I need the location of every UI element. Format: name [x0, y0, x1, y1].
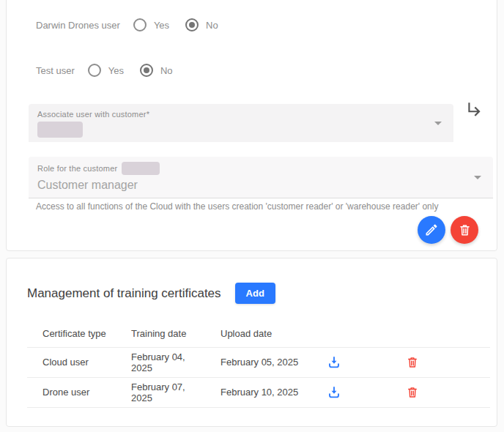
redacted-customer-value	[37, 122, 83, 138]
yes-option-label: Yes	[108, 65, 124, 76]
col-header-delete	[390, 320, 490, 347]
user-form-card: Darwin Drones user Yes No Test user Yes …	[6, 0, 497, 251]
trash-icon	[406, 386, 419, 399]
radio-unchecked-icon[interactable]	[88, 64, 101, 77]
upload-date-cell: February 05, 2025	[205, 347, 311, 377]
darwin-drones-user-radio-group: Darwin Drones user Yes No	[36, 16, 234, 34]
darwin-drones-no-option[interactable]: No	[185, 18, 218, 31]
role-label-text: Role for the customer	[37, 164, 117, 173]
certificates-card: Management of training certificates Add …	[6, 258, 497, 427]
training-date-cell: February 07, 2025	[116, 377, 205, 407]
trash-icon	[458, 223, 472, 237]
add-certificate-button[interactable]: Add	[235, 283, 275, 304]
no-option-label: No	[160, 65, 173, 76]
trash-icon	[406, 356, 419, 369]
col-header-upload-date: Upload date	[205, 320, 311, 347]
test-user-radio-group: Test user Yes No	[36, 62, 189, 79]
test-user-no-option[interactable]: No	[140, 64, 173, 77]
col-header-download	[311, 320, 390, 347]
no-option-label: No	[206, 20, 218, 31]
certificates-table: Certificate type Training date Upload da…	[27, 320, 490, 408]
radio-checked-icon[interactable]	[185, 18, 199, 31]
role-select[interactable]: Role for the customer Customer manager	[29, 157, 493, 198]
test-user-yes-option[interactable]: Yes	[88, 64, 124, 77]
associate-customer-select[interactable]: Associate user with customer*	[29, 104, 453, 142]
training-date-cell: February 04, 2025	[116, 347, 205, 377]
certificates-title: Management of training certificates	[27, 286, 221, 301]
download-certificate-button[interactable]	[327, 385, 341, 400]
role-selected-value: Customer manager	[37, 179, 484, 192]
download-certificate-button[interactable]	[327, 355, 341, 370]
table-header-row: Certificate type Training date Upload da…	[27, 320, 490, 347]
certificate-type-cell: Drone user	[27, 377, 116, 407]
download-icon	[327, 385, 341, 400]
col-header-certificate-type: Certificate type	[27, 320, 116, 347]
download-icon	[327, 355, 341, 370]
associate-customer-label: Associate user with customer*	[37, 110, 445, 119]
radio-checked-icon[interactable]	[140, 64, 153, 77]
upload-date-cell: February 10, 2025	[205, 377, 311, 407]
chevron-down-icon[interactable]	[434, 122, 442, 125]
darwin-drones-user-label: Darwin Drones user	[36, 20, 120, 31]
delete-user-button[interactable]	[451, 216, 478, 244]
certificate-type-cell: Cloud user	[27, 347, 116, 377]
delete-certificate-button[interactable]	[406, 386, 419, 399]
test-user-label: Test user	[36, 65, 75, 76]
darwin-drones-yes-option[interactable]: Yes	[133, 18, 169, 31]
chevron-down-icon[interactable]	[474, 176, 481, 179]
radio-unchecked-icon[interactable]	[133, 18, 147, 31]
table-row: Cloud user February 04, 2025 February 05…	[27, 347, 490, 377]
role-helper-text: Access to all functions of the Cloud wit…	[36, 201, 475, 212]
col-header-training-date: Training date	[116, 320, 205, 347]
role-label: Role for the customer	[37, 162, 484, 175]
edit-user-button[interactable]	[418, 216, 445, 244]
subdirectory-arrow-right-icon[interactable]	[465, 100, 484, 119]
table-row: Drone user February 07, 2025 February 10…	[27, 377, 490, 407]
certificates-header: Management of training certificates Add	[27, 283, 275, 304]
pencil-icon	[424, 223, 439, 237]
yes-option-label: Yes	[154, 20, 169, 31]
delete-certificate-button[interactable]	[406, 356, 419, 369]
redacted-customer-name	[122, 162, 160, 175]
